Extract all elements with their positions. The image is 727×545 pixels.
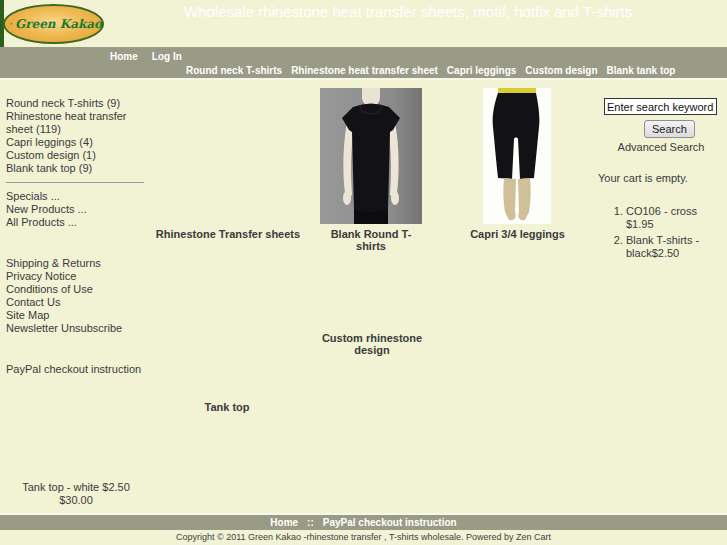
- category-label-custom-rhinestone-design[interactable]: Custom rhinestone design: [310, 332, 434, 356]
- popular-item-link-2[interactable]: Blank T-shirts - black$2.50: [626, 234, 699, 259]
- capri-leggings-photo: [483, 88, 551, 224]
- nav-category-custom-design[interactable]: Custom design: [525, 65, 597, 76]
- category-image-capri-leggings[interactable]: [483, 88, 551, 224]
- search-input[interactable]: [604, 98, 717, 115]
- category-label-tank-top[interactable]: Tank top: [177, 401, 277, 413]
- sidebar-category-custom-design[interactable]: Custom design (1): [6, 149, 146, 162]
- sidebar-category-capri-leggings[interactable]: Capri leggings (4): [6, 136, 146, 149]
- site-title: Wholesale rhinestone heat transfer sheet…: [184, 3, 632, 20]
- nav-category-row: Round neck T-shirts Rhinestone heat tran…: [186, 65, 675, 76]
- nav-category-capri-leggings[interactable]: Capri leggings: [447, 65, 516, 76]
- site-map-link[interactable]: Site Map: [6, 309, 146, 322]
- sidebar-divider: [6, 182, 144, 183]
- advanced-search-link[interactable]: Advanced Search: [600, 141, 722, 153]
- sidebar-category-round-neck-tshirts[interactable]: Round neck T-shirts (9): [6, 97, 146, 110]
- special-product-link[interactable]: Tank top - white $2.50: [22, 481, 130, 493]
- logo[interactable]: Green Kakao: [3, 4, 104, 44]
- category-label-capri-leggings[interactable]: Capri 3/4 leggings: [466, 228, 569, 240]
- sidebar-new-products-link[interactable]: New Products ...: [6, 203, 146, 216]
- footer-paypal-link[interactable]: PayPal checkout instruction: [323, 517, 457, 528]
- sidebar-information-links: Shipping & Returns Privacy Notice Condit…: [6, 257, 150, 335]
- cart-status: Your cart is empty.: [598, 172, 688, 184]
- left-sidebar: Round neck T-shirts (9) Rhinestone heat …: [0, 80, 150, 376]
- popular-item: Blank T-shirts - black$2.50: [626, 234, 723, 260]
- footer-separator: ::: [307, 517, 314, 528]
- sidebar-specials-link[interactable]: Specials ...: [6, 190, 146, 203]
- logo-leaf-icon: [10, 9, 13, 39]
- shipping-returns-link[interactable]: Shipping & Returns: [6, 257, 146, 270]
- popular-item-link-1[interactable]: CO106 - cross $1.95: [626, 205, 697, 230]
- nav-home-link[interactable]: Home: [110, 51, 138, 62]
- paypal-instruction-link[interactable]: PayPal checkout instruction: [6, 363, 146, 376]
- footer-bar: Home :: PayPal checkout instruction: [0, 513, 727, 530]
- nav-top-row: Home Log In: [110, 51, 182, 62]
- footer-home-link[interactable]: Home: [270, 517, 298, 528]
- page: Green Kakao Wholesale rhinestone heat tr…: [0, 0, 727, 545]
- nav-category-blank-tank-top[interactable]: Blank tank top: [607, 65, 676, 76]
- nav-category-round-neck-tshirts[interactable]: Round neck T-shirts: [186, 65, 282, 76]
- newsletter-unsubscribe-link[interactable]: Newsletter Unsubscribe: [6, 322, 146, 335]
- category-image-blank-round-tshirts[interactable]: [320, 88, 422, 224]
- category-label-blank-round-tshirts[interactable]: Blank Round T-shirts: [320, 228, 422, 252]
- popular-item: CO106 - cross $1.95: [626, 205, 723, 231]
- contact-us-link[interactable]: Contact Us: [6, 296, 146, 309]
- sidebar-all-products-link[interactable]: All Products ...: [6, 216, 146, 229]
- conditions-of-use-link[interactable]: Conditions of Use: [6, 283, 146, 296]
- specials-box: Tank top - white $2.50 $30.00: [14, 481, 138, 507]
- category-label-rhinestone-transfer-sheets[interactable]: Rhinestone Transfer sheets: [150, 228, 306, 240]
- black-tshirt-photo: [320, 88, 422, 224]
- sidebar-category-blank-tank-top[interactable]: Blank tank top (9): [6, 162, 146, 175]
- search-button[interactable]: Search: [644, 120, 695, 138]
- logo-text: Green Kakao: [15, 17, 102, 31]
- privacy-notice-link[interactable]: Privacy Notice: [6, 270, 146, 283]
- nav-category-rhinestone-sheet[interactable]: Rhinestone heat transfer sheet: [291, 65, 438, 76]
- nav-login-link[interactable]: Log In: [152, 51, 182, 62]
- navbar: Home Log In Round neck T-shirts Rhinesto…: [0, 47, 727, 80]
- special-product-price: $30.00: [14, 494, 138, 507]
- popular-products-list: CO106 - cross $1.95 Blank T-shirts - bla…: [611, 205, 723, 263]
- copyright-text: Copyright © 2011 Green Kakao -rhinestone…: [0, 532, 727, 542]
- sidebar-category-rhinestone-sheet[interactable]: Rhinestone heat transfer sheet (119): [6, 110, 146, 136]
